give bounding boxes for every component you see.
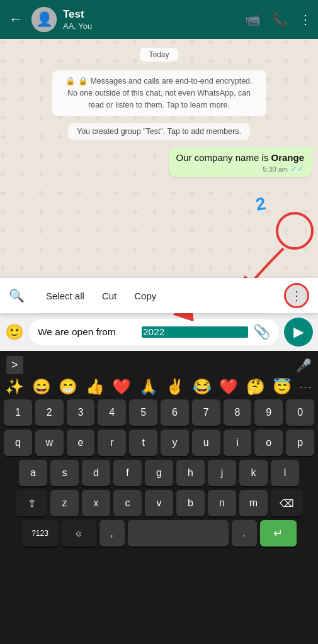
bubble-meta: 5:30 am ✓✓	[176, 164, 304, 174]
key-3[interactable]: 3	[67, 399, 95, 426]
message-text-bold: Orange	[271, 152, 304, 163]
key-o[interactable]: o	[254, 430, 283, 456]
key-k[interactable]: k	[239, 460, 268, 486]
key-p[interactable]: p	[286, 430, 314, 456]
keyboard: > 🎤 ✨ 😄 😁 👍 ❤️ 🙏 ✌️ 😂 ❤️ 🤔 😇 ··· 1 2 3 4…	[0, 351, 318, 644]
return-key[interactable]: ↵	[260, 520, 297, 547]
search-icon[interactable]: 🔍	[9, 288, 25, 303]
key-l[interactable]: l	[271, 460, 299, 486]
emoji-laugh[interactable]: 😂	[193, 378, 212, 396]
chat-subtitle: AA, You	[63, 21, 239, 31]
keyboard-top-bar: > 🎤	[1, 353, 317, 375]
outgoing-message: Our company name is Orange 5:30 am ✓✓	[169, 147, 312, 177]
key-4[interactable]: 4	[98, 399, 126, 426]
attach-icon[interactable]: 📎	[253, 324, 270, 340]
emoji-button[interactable]: 🙂	[5, 323, 24, 341]
emoji-smile[interactable]: 😄	[32, 378, 51, 396]
emoji-peace[interactable]: ✌️	[166, 378, 185, 396]
chat-header: ← 👤 Test AA, You 📹 📞 ⋮	[0, 0, 318, 39]
key-8[interactable]: 8	[224, 399, 252, 426]
key-j[interactable]: j	[208, 460, 236, 486]
bubble-tail	[311, 147, 317, 153]
emoji-redheart[interactable]: ❤️	[219, 378, 238, 396]
emoji-pray[interactable]: 🙏	[139, 378, 158, 396]
key-y[interactable]: y	[161, 430, 189, 456]
chat-area: Today 🔒 🔒 Messages and calls are end-to-…	[0, 39, 318, 278]
key-7[interactable]: 7	[192, 399, 220, 426]
numbers-key[interactable]: ?123	[22, 520, 59, 547]
key-x[interactable]: x	[82, 490, 110, 516]
space-key[interactable]	[128, 520, 229, 547]
emoji-more[interactable]: ···	[300, 380, 313, 394]
header-info[interactable]: Test AA, You	[63, 8, 239, 30]
video-call-icon[interactable]: 📹	[245, 12, 261, 27]
comma-key[interactable]: ,	[99, 520, 125, 547]
back-button[interactable]: ←	[6, 9, 25, 30]
key-0[interactable]: 0	[286, 399, 314, 426]
key-2[interactable]: 2	[35, 399, 64, 426]
message-input-field[interactable]: We are open from 2022 📎	[29, 319, 279, 345]
key-r[interactable]: r	[98, 430, 126, 456]
voice-call-icon[interactable]: 📞	[272, 12, 288, 27]
key-a[interactable]: a	[19, 460, 47, 486]
emoji-think[interactable]: 🤔	[246, 378, 265, 396]
key-m[interactable]: m	[239, 490, 268, 516]
key-row-zxcv: ⇧ z x c v b n m ⌫	[1, 489, 317, 518]
chat-title: Test	[63, 8, 239, 21]
key-u[interactable]: u	[192, 430, 220, 456]
svg-text:2: 2	[254, 194, 268, 214]
emoji-grin[interactable]: 😁	[59, 378, 77, 396]
key-z[interactable]: z	[50, 490, 79, 516]
key-s[interactable]: s	[50, 460, 79, 486]
key-row-numbers: 1 2 3 4 5 6 7 8 9 0	[1, 398, 317, 427]
key-i[interactable]: i	[224, 430, 252, 456]
key-1[interactable]: 1	[4, 399, 32, 426]
period-key[interactable]: .	[232, 520, 257, 547]
key-6[interactable]: 6	[161, 399, 189, 426]
key-q[interactable]: q	[4, 430, 32, 456]
input-selected-text: 2022	[142, 326, 248, 338]
more-options-button[interactable]: ⋮	[284, 283, 309, 308]
context-toolbar: 🔍 Select all Cut Copy ⋮	[0, 278, 318, 313]
cut-button[interactable]: Cut	[93, 278, 125, 313]
microphone-icon[interactable]: 🎤	[296, 358, 312, 373]
input-text-prefix: We are open from	[38, 326, 142, 338]
emoji-key[interactable]: ☺	[62, 520, 96, 547]
keyboard-expand-button[interactable]: >	[6, 356, 23, 374]
vertical-dots-icon: ⋮	[290, 288, 303, 303]
key-e[interactable]: e	[67, 430, 95, 456]
key-9[interactable]: 9	[254, 399, 283, 426]
send-button[interactable]: ▶	[284, 318, 313, 347]
key-b[interactable]: b	[176, 490, 205, 516]
key-h[interactable]: h	[176, 460, 205, 486]
more-options-icon[interactable]: ⋮	[299, 12, 312, 27]
message-ticks: ✓✓	[290, 164, 304, 174]
key-c[interactable]: c	[113, 490, 142, 516]
key-5[interactable]: 5	[129, 399, 157, 426]
group-created-notice: You created group "Test". Tap to add mem…	[68, 123, 250, 140]
key-row-asdf: a s d f g h j k l	[1, 458, 317, 487]
key-n[interactable]: n	[208, 490, 236, 516]
key-d[interactable]: d	[82, 460, 110, 486]
key-w[interactable]: w	[35, 430, 64, 456]
emoji-thumbsup[interactable]: 👍	[86, 378, 105, 396]
shift-key[interactable]: ⇧	[16, 490, 47, 516]
key-t[interactable]: t	[129, 430, 157, 456]
emoji-heart[interactable]: ❤️	[112, 378, 131, 396]
copy-button[interactable]: Copy	[125, 278, 165, 313]
emoji-sparkles[interactable]: ✨	[5, 378, 24, 396]
key-g[interactable]: g	[145, 460, 173, 486]
avatar[interactable]: 👤	[31, 7, 57, 32]
message-time: 5:30 am	[263, 165, 288, 173]
lock-icon: 🔒	[65, 77, 76, 86]
key-f[interactable]: f	[113, 460, 142, 486]
select-all-button[interactable]: Select all	[37, 278, 93, 313]
key-row-qwerty: q w e r t y u i o p	[1, 428, 317, 457]
emoji-row: ✨ 😄 😁 👍 ❤️ 🙏 ✌️ 😂 ❤️ 🤔 😇 ···	[1, 377, 317, 397]
message-text-pre: Our company name is	[176, 152, 271, 163]
svg-point-0	[277, 213, 312, 248]
date-badge: Today	[140, 48, 178, 62]
backspace-key[interactable]: ⌫	[271, 490, 302, 516]
key-v[interactable]: v	[145, 490, 173, 516]
emoji-angel[interactable]: 😇	[273, 378, 292, 396]
